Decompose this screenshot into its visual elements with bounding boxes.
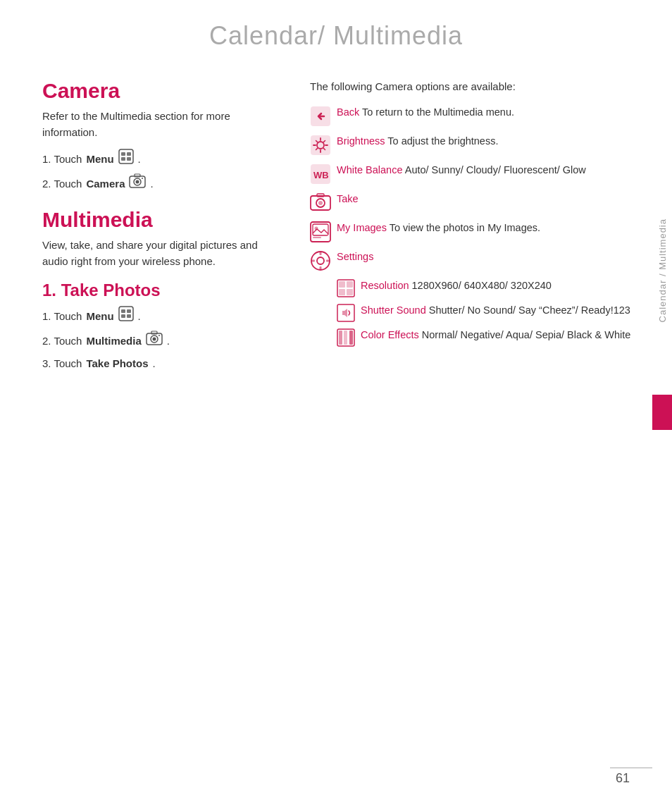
take-photos-heading: 1. Take Photos	[42, 281, 275, 300]
svg-point-17	[152, 338, 156, 341]
camera-step2: 2. Touch Camera .	[42, 173, 275, 194]
page-title: Calendar/ Multimedia	[0, 0, 672, 65]
brightness-label: Brightness	[337, 135, 385, 147]
white-balance-description: Auto/ Sunny/ Cloudy/ Fluorescent/ Glow	[403, 164, 586, 175]
resolution-icon	[337, 279, 355, 297]
svg-rect-56	[349, 331, 353, 345]
camera-step1-prefix: 1. Touch	[42, 151, 82, 168]
color-effects-label: Color Effects	[361, 329, 419, 340]
svg-rect-44	[320, 266, 322, 270]
white-balance-label: White Balance	[337, 164, 403, 175]
brightness-icon	[310, 135, 331, 156]
brightness-text: Brightness To adjust the brightness.	[337, 134, 498, 149]
camera-step1-bold: Menu	[86, 151, 113, 168]
settings-icon	[310, 250, 331, 271]
take-text: Take	[337, 192, 359, 207]
option-settings: Settings	[310, 250, 658, 271]
svg-rect-48	[339, 281, 345, 288]
svg-rect-0	[119, 149, 133, 164]
svg-rect-43	[320, 252, 322, 255]
white-balance-text: White Balance Auto/ Sunny/ Cloudy/ Fluor…	[337, 163, 586, 178]
svg-rect-4	[127, 157, 131, 161]
take-step1: 1. Touch Menu .	[42, 306, 275, 326]
svg-text:WB: WB	[313, 170, 329, 180]
svg-rect-11	[121, 309, 125, 313]
back-icon	[310, 106, 331, 127]
color-effects-icon	[337, 328, 355, 347]
sidebar-text: Calendar / Multimedia	[657, 218, 668, 322]
option-brightness: Brightness To adjust the brightness.	[310, 134, 658, 156]
svg-point-35	[318, 201, 323, 205]
svg-point-9	[142, 178, 143, 179]
resolution-text: Resolution 1280X960/ 640X480/ 320X240	[361, 278, 552, 293]
svg-rect-50	[339, 289, 345, 295]
shutter-sound-description: Shutter/ No Sound/ Say “Cheez”/ Ready!12…	[426, 304, 630, 316]
take-step2-prefix: 2. Touch	[42, 333, 82, 350]
menu-icon-1	[118, 149, 134, 169]
svg-rect-1	[121, 152, 125, 156]
take-step2: 2. Touch Multimedia .	[42, 331, 275, 351]
take-step2-period: .	[167, 333, 170, 350]
shutter-sound-icon	[337, 304, 355, 322]
svg-rect-45	[311, 259, 315, 261]
my-images-description: To view the photos in My Images.	[387, 222, 540, 233]
camera-icon-1	[129, 173, 146, 194]
camera-step1: 1. Touch Menu .	[42, 149, 275, 169]
settings-text: Settings	[337, 250, 373, 264]
svg-rect-36	[317, 194, 324, 197]
take-step3-bold: Take Photos	[86, 355, 148, 372]
resolution-label: Resolution	[361, 280, 409, 291]
svg-rect-55	[344, 331, 347, 345]
multimedia-heading: Multimedia	[42, 208, 275, 232]
intro-text: The following Camera options are availab…	[310, 79, 658, 95]
take-label: Take	[337, 193, 359, 204]
svg-rect-13	[121, 314, 125, 318]
take-step3: 3. Touch Take Photos.	[42, 355, 275, 372]
right-column: The following Camera options are availab…	[296, 72, 672, 383]
color-effects-text: Color Effects Normal/ Negative/ Aqua/ Se…	[361, 328, 630, 343]
multimedia-body: View, take, and share your digital pictu…	[42, 238, 275, 269]
footer-divider	[610, 768, 652, 768]
option-white-balance: WB White Balance Auto/ Sunny/ Cloudy/ Fl…	[310, 163, 658, 185]
svg-rect-10	[119, 307, 133, 321]
svg-rect-38	[313, 224, 328, 235]
svg-rect-12	[127, 309, 131, 313]
svg-point-42	[317, 257, 324, 264]
color-effects-description: Normal/ Negative/ Aqua/ Sepia/ Black & W…	[419, 329, 631, 340]
camera-step2-bold: Camera	[86, 175, 125, 192]
take-icon	[310, 192, 331, 214]
sub-option-resolution: Resolution 1280X960/ 640X480/ 320X240	[337, 278, 658, 297]
take-step1-bold: Menu	[86, 308, 113, 325]
shutter-sound-text: Shutter Sound Shutter/ No Sound/ Say “Ch…	[361, 303, 630, 318]
my-images-icon	[310, 221, 331, 242]
svg-rect-3	[121, 157, 125, 161]
my-images-text: My Images To view the photos in My Image…	[337, 221, 540, 235]
take-step1-period: .	[138, 308, 141, 325]
take-step3-prefix: 3. Touch	[42, 355, 82, 372]
shutter-sound-label: Shutter Sound	[361, 304, 426, 316]
svg-point-19	[158, 335, 160, 336]
sub-option-shutter-sound: Shutter Sound Shutter/ No Sound/ Say “Ch…	[337, 303, 658, 322]
brightness-description: To adjust the brightness.	[385, 135, 499, 147]
back-label: Back	[337, 106, 359, 118]
back-text: Back To return to the Multimedia menu.	[337, 105, 514, 120]
svg-rect-46	[326, 259, 330, 261]
take-step1-prefix: 1. Touch	[42, 308, 82, 325]
svg-rect-2	[127, 152, 131, 156]
page-number: 61	[616, 771, 630, 786]
take-step2-bold: Multimedia	[86, 333, 141, 350]
menu-icon-2	[118, 306, 134, 326]
left-column: Camera Refer to the Multimedia section f…	[0, 72, 296, 383]
option-back: Back To return to the Multimedia menu.	[310, 105, 658, 127]
my-images-label: My Images	[337, 222, 387, 233]
svg-rect-14	[127, 314, 131, 318]
svg-rect-49	[347, 281, 353, 288]
settings-label: Settings	[337, 251, 373, 262]
sidebar-accent-bar	[652, 395, 672, 430]
sub-option-color-effects: Color Effects Normal/ Negative/ Aqua/ Se…	[337, 328, 658, 347]
option-my-images: My Images To view the photos in My Image…	[310, 221, 658, 242]
svg-rect-51	[347, 289, 353, 295]
svg-rect-54	[339, 331, 342, 345]
white-balance-icon: WB	[310, 164, 331, 185]
camera-heading: Camera	[42, 79, 275, 103]
